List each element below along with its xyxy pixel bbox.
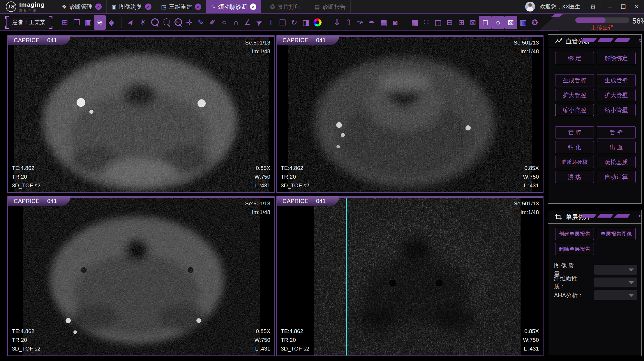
wall-button[interactable]: 管 壁 [597,126,636,138]
minimize-button[interactable]: – [606,3,614,10]
acquisition-info: TE:4.862TR:203D_TOF s2 [281,327,309,353]
new-study-icon[interactable]: ⊞ [59,15,71,30]
pen-underline-tool-icon[interactable]: ✒ [366,15,378,30]
close-icon[interactable]: ✕ [195,3,201,10]
viewport-top-right[interactable]: CAPRICE 041 Se:501/13Im:1/48 TE:4.862TR:… [276,35,544,193]
download-icon[interactable]: ⇩ [331,15,343,30]
pen-tool-icon[interactable]: ✑ [354,15,366,30]
reference-line[interactable] [346,196,347,355]
grid-close-layout-icon[interactable]: ⊠ [467,15,479,30]
ellipse-roi-icon[interactable]: ○ [218,15,230,30]
lipid-necrotic-core-button[interactable]: 脂质坏死核 [555,156,594,168]
tab-diagnosis-management[interactable]: ❖ 诊断管理 ✕ [57,0,106,13]
split-horizontal-layout-icon[interactable]: ⊟ [444,15,456,30]
mri-image [277,196,543,355]
cube-3d-icon[interactable]: ◈ [106,15,117,30]
ulcer-button[interactable]: 溃 疡 [555,171,594,183]
unbind-button[interactable]: 解除绑定 [597,52,636,64]
generate-wall-button[interactable]: 生成管壁 [597,74,636,86]
create-slice-report-button[interactable]: 创建单层报告 [555,228,594,240]
calcification-button[interactable]: 钙 化 [555,141,594,153]
slice-report-image-button[interactable]: 单层报告图像 [597,228,636,240]
polygon-roi-icon[interactable]: ⌂ [230,15,242,30]
tab-film-print[interactable]: ⎙ 胶片打印 [266,0,305,13]
shrink-lumen-button[interactable]: 缩小官腔 [555,104,594,116]
open-folder-icon[interactable]: ❐ [71,15,82,30]
patient-name-field[interactable]: 患者：王某某 [6,17,51,28]
rotate-3d-icon[interactable]: ↻ [288,15,300,30]
close-icon[interactable]: ✕ [250,3,256,10]
lumen-button[interactable]: 管 腔 [555,126,594,138]
upload-icon[interactable]: ⇧ [343,15,354,30]
tab-carotid-diagnosis[interactable]: ∿ 颈动脉诊断 ✕ [206,0,261,13]
close-window-button[interactable]: ✕ [632,3,641,10]
loose-matrix-button[interactable]: 疏松基质 [597,156,636,168]
zoom-icon[interactable] [149,15,160,30]
tab-image-browse[interactable]: ▣ 图像浏览 ✕ [106,0,156,13]
bind-button[interactable]: 绑 定 [555,52,594,64]
tab-label: 颈动脉诊断 [218,3,247,11]
tab-label: 诊断报告 [322,3,346,11]
close-view-layout-icon[interactable]: ⊠ [504,16,517,29]
close-icon[interactable]: ✕ [95,3,102,10]
collapse-chevrons-icon[interactable]: » [638,36,642,44]
slice-crop-icon [555,213,562,221]
invert-grayscale-icon[interactable]: ◨ [300,15,312,30]
grid-3x3-layout-icon[interactable]: ▦ [409,15,421,30]
image-quality-dropdown[interactable] [594,265,637,275]
app-name: Imaging [19,1,45,8]
maximize-button[interactable]: ☐ [619,3,628,10]
close-icon[interactable]: ✕ [145,3,151,10]
cursor-icon[interactable]: ➤ [125,15,137,30]
layers-icon[interactable]: ≋ [94,15,106,30]
collapse-chevrons-icon[interactable]: » [638,212,642,220]
viewport-bottom-right[interactable]: CAPRICE 041 Se:501/13Im:1/48 TE:4.862TR:… [276,196,544,356]
fibrous-cap-dropdown[interactable] [594,278,637,287]
angle-pencil-icon[interactable]: ✐ [207,15,218,30]
report-add-icon[interactable]: ▤ [378,15,389,30]
series-name: CAPRICE [283,198,308,204]
ai-assistant-icon[interactable]: ✪ [529,15,541,30]
hemorrhage-button[interactable]: 出 血 [597,141,636,153]
viewport-bottom-left[interactable]: CAPRICE 041 Se:501/13Im:1/48 TE:4.862TR:… [7,196,275,356]
toolbar-separator [327,17,327,28]
arrow-annotation-icon[interactable]: ➤ [253,15,265,30]
single-view-layout-icon[interactable]: □ [479,16,492,29]
user-avatar[interactable] [525,2,535,12]
grid-2x2-layout-icon[interactable]: ⊞ [456,15,467,30]
image-export-icon[interactable]: ◙ [389,15,401,30]
add-annotation-icon[interactable]: ❑ [277,15,288,30]
settings-gear-icon[interactable]: ⚙ [590,3,596,11]
aha-analysis-row: AHA分析： [554,290,637,300]
single-slice-panel: 单层切片 » 创建单层报告 单层报告图像 删除单层报告 图像质量： 纤维帽性质：… [548,210,642,356]
vessel-analysis-panel: 血管分析 » 绑 定 解除绑定 生成管腔 生成管壁 扩大管腔 扩大管壁 缩小官腔… [548,34,642,204]
ruler-measure-icon[interactable]: ✎ [195,15,207,30]
angle-measure-icon[interactable]: ∠ [242,15,253,30]
text-annotation-icon[interactable]: T [265,15,277,30]
split-vertical-layout-icon[interactable]: ◫ [432,15,444,30]
color-palette-icon[interactable] [312,15,323,30]
series-tab: CAPRICE 041 [277,196,339,206]
header-decor [582,214,629,218]
zoom-region-icon[interactable] [160,15,172,30]
brightness-contrast-icon[interactable]: ☀ [137,15,149,30]
pan-icon[interactable]: ✛ [184,15,195,30]
app-logo: TS Imaging 清影华康 [0,1,57,13]
zoom-2x-icon[interactable]: ×2 [172,15,184,30]
aha-analysis-dropdown[interactable] [594,290,637,300]
auto-calculate-button[interactable]: 自动计算 [597,171,636,183]
enlarge-wall-button[interactable]: 扩大管壁 [597,89,636,101]
enlarge-lumen-button[interactable]: 扩大管腔 [555,89,594,101]
tab-3d-reconstruction[interactable]: ◳ 三维重建 ✕ [156,0,206,13]
circle-view-layout-icon[interactable]: ○ [492,16,504,29]
viewport-top-left[interactable]: CAPRICE 041 Se:501/13Im:1/48 TE:4.862TR:… [7,35,275,193]
window-level-info: 0.85XW:750L :431 [254,327,270,353]
tab-diagnosis-report[interactable]: ▤ 诊断报告 [310,0,351,13]
generate-lumen-button[interactable]: 生成管腔 [555,74,594,86]
image-browse-icon[interactable]: ▣ [82,15,94,30]
application-window: TS Imaging 清影华康 ❖ 诊断管理 ✕ ▣ 图像浏览 ✕ ◳ 三维重建… [0,0,644,361]
filmstrip-icon[interactable]: ▥ [517,15,529,30]
delete-slice-report-button[interactable]: 删除单层报告 [555,243,594,255]
shrink-wall-button[interactable]: 缩小管壁 [597,104,636,116]
grid-2x2-small-layout-icon[interactable]: ∷ [421,15,432,30]
